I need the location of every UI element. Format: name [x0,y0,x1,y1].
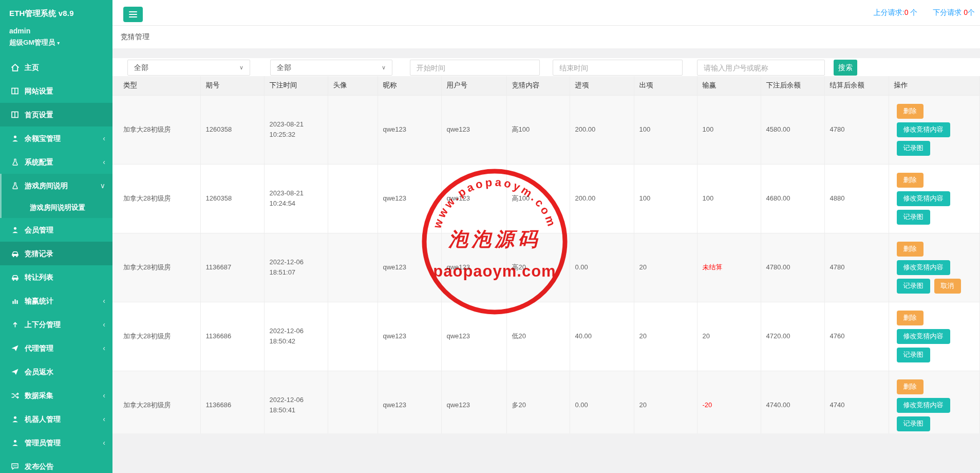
edit-bet-content-button[interactable]: 修改竞猜内容 [897,398,950,413]
sidebar-subitem-game-room-note-settings[interactable]: 游戏房间说明设置 [2,197,112,218]
sidebar-item-label: 游戏房间说明 [25,181,68,190]
cell-user-id: qwe123 [441,95,506,164]
cell-user-id: qwe123 [441,371,506,433]
car-icon [10,242,20,265]
edit-bet-content-button[interactable]: 修改竞猜内容 [897,191,950,206]
sidebar-item-site-settings[interactable]: 网站设置 [0,79,112,103]
delete-button[interactable]: 删除 [897,242,924,257]
type-filter-select[interactable]: 全部 ∨ [127,60,250,76]
sidebar-item-transfer-list[interactable]: 转让列表 [0,265,112,289]
record-image-button[interactable]: 记录图 [897,416,930,431]
cancel-button[interactable]: 取消 [934,279,961,294]
sidebar-item-label: 竞猜记录 [25,249,53,258]
cell-actions: 删除修改竞猜内容记录图取消 [889,233,980,302]
cell-balance-after-settle: 4780 [824,95,889,164]
delete-button[interactable]: 删除 [897,311,924,325]
cell-win-lose: -20 [697,371,761,433]
up-request-link[interactable]: 上分请求:0 个 [874,8,918,17]
caret-down-icon: ▾ [57,40,60,46]
edit-bet-content-button[interactable]: 修改竞猜内容 [897,329,950,344]
sidebar-item-member-manage[interactable]: 会员管理 [0,218,112,242]
cell-amount-in: 40.00 [570,302,634,371]
record-image-button[interactable]: 记录图 [897,210,930,225]
sidebar-item-member-rebate[interactable]: 会员返水 [0,360,112,384]
cell-bet-content: 高100 [506,95,570,164]
cell-time: 2023-08-21 10:24:54 [264,164,328,233]
cell-type: 加拿大28初级房 [112,371,200,433]
person-icon [10,218,20,242]
table-row: 加拿大28初级房11366872022-12-06 18:51:07qwe123… [112,233,980,302]
sidebar-item-label: 数据采集 [25,391,53,399]
cell-avatar [328,371,378,433]
chevron-icon: ‹ [103,431,105,454]
record-image-button[interactable]: 记录图 [897,141,930,156]
edit-bet-content-button[interactable]: 修改竞猜内容 [897,260,950,275]
sidebar-item-data-collect[interactable]: 数据采集 ‹ [0,384,112,407]
sidebar-item-system-config[interactable]: 系统配置 ‹ [0,150,112,174]
sidebar-item-label: 机器人管理 [25,415,61,423]
user-search-input[interactable] [697,60,825,76]
cell-user-id: qwe123 [441,164,506,233]
end-time-input[interactable] [553,60,683,76]
sidebar-item-label: 输赢统计 [25,297,53,305]
column-header-12: 操作 [889,76,980,95]
cell-amount-in: 0.00 [570,233,634,302]
cell-actions: 删除修改竞猜内容记录图 [889,95,980,164]
sidebar-item-game-room-note[interactable]: 游戏房间说明 ∨ [2,174,112,197]
role-dropdown[interactable]: 超级GM管理员▾ [0,35,112,47]
paper-plane-icon [10,360,20,384]
chevron-icon: ‹ [103,407,105,431]
table-row: 加拿大28初级房12603582023-08-21 10:24:54qwe123… [112,164,980,233]
cell-actions: 删除修改竞猜内容记录图 [889,371,980,433]
cell-type: 加拿大28初级房 [112,95,200,164]
app-title: ETH管理系统 v8.9 [0,0,112,19]
cell-amount-out: 20 [634,371,697,433]
room-filter-select[interactable]: 全部 ∨ [270,60,392,76]
cell-period: 1136687 [200,233,264,302]
cell-nickname: qwe123 [378,95,441,164]
column-header-6: 竞猜内容 [506,76,570,95]
cell-amount-out: 100 [634,164,697,233]
search-button[interactable]: 搜索 [834,60,857,76]
cell-win-lose: 100 [697,164,761,233]
cell-avatar [328,233,378,302]
delete-button[interactable]: 删除 [897,173,924,188]
cell-amount-out: 20 [634,302,697,371]
sidebar-item-homepage-settings[interactable]: 首页设置 [0,103,112,126]
cell-nickname: qwe123 [378,233,441,302]
sidebar-item-publish-notice[interactable]: 发布公告 [0,454,112,473]
sidebar-item-winlose-stats[interactable]: 输赢统计 ‹ [0,289,112,313]
home-icon [10,56,20,79]
cell-avatar [328,302,378,371]
sidebar-item-robot-manage[interactable]: 机器人管理 ‹ [0,407,112,431]
start-time-input[interactable] [410,60,540,76]
sidebar-toggle-button[interactable] [123,7,143,22]
sidebar-item-label: 管理员管理 [25,439,61,447]
sidebar-item-updown-manage[interactable]: 上下分管理 ‹ [0,313,112,336]
cell-balance-after-settle: 4740 [824,371,889,433]
delete-button[interactable]: 删除 [897,379,924,394]
cell-amount-out: 20 [634,233,697,302]
record-image-button[interactable]: 记录图 [897,348,930,362]
sidebar-item-label: 余额宝管理 [25,134,61,142]
sidebar-item-bet-records[interactable]: 竞猜记录 [0,242,112,265]
table-header-row: 类型期号下注时间头像昵称用户号竞猜内容进项出项输赢下注后余额结算后余额操作 [112,76,980,95]
chevron-icon: ‹ [103,313,105,336]
topbar: 上分请求:0 个 下分请求 0个 [112,0,980,26]
cell-user-id: qwe123 [441,233,506,302]
cell-actions: 删除修改竞猜内容记录图 [889,164,980,233]
record-image-button[interactable]: 记录图 [897,279,930,294]
bar-chart-icon [10,289,20,313]
cell-bet-content: 低20 [506,302,570,371]
sidebar-item-admin-manage[interactable]: 管理员管理 ‹ [0,431,112,454]
delete-button[interactable]: 删除 [897,104,924,119]
down-request-link[interactable]: 下分请求 0个 [933,8,975,17]
sidebar-item-agent-manage[interactable]: 代理管理 ‹ [0,336,112,360]
sidebar-item-yuebao-manage[interactable]: 余额宝管理 ‹ [0,126,112,150]
select-chevron-icon: ∨ [382,64,386,71]
sidebar-item-label: 首页设置 [25,111,53,119]
sidebar-item-label: 转让列表 [25,273,53,281]
person-icon [10,407,20,431]
edit-bet-content-button[interactable]: 修改竞猜内容 [897,122,950,137]
sidebar-item-home[interactable]: 主页 [0,56,112,79]
